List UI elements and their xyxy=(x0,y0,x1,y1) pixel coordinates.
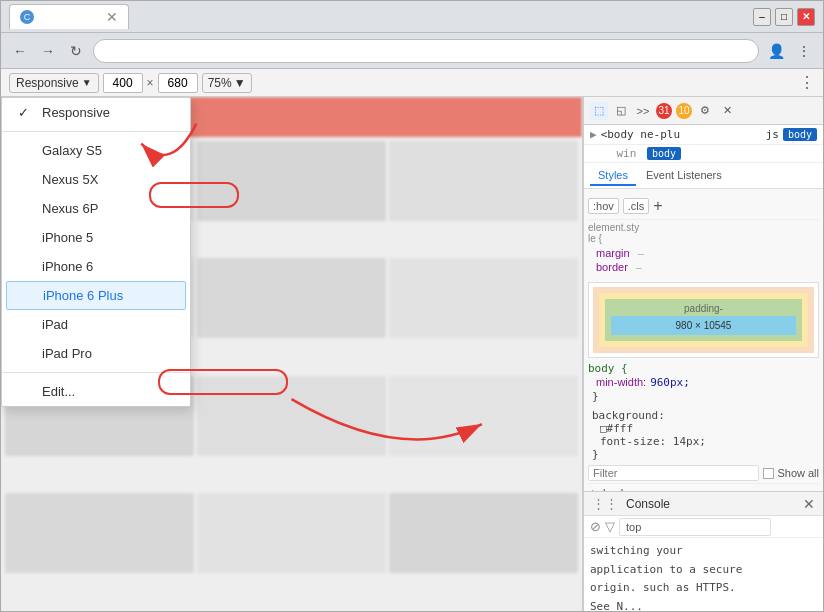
dropdown-item-label: Galaxy S5 xyxy=(42,143,102,158)
dropdown-item-ipad-pro[interactable]: iPad Pro xyxy=(2,339,190,368)
dropdown-item-iphone-6-plus[interactable]: iPhone 6 Plus xyxy=(6,281,186,310)
tab-event-listeners[interactable]: Event Listeners xyxy=(638,166,730,186)
background-val: □#fff xyxy=(592,422,633,435)
back-button[interactable]: ← xyxy=(9,40,31,62)
browser-window: C ✕ – □ ✕ ← → ↻ 👤 ⋮ Responsive ▼ × 75% xyxy=(0,0,824,612)
zoom-button[interactable]: 75% ▼ xyxy=(202,73,252,93)
more-panels-icon[interactable]: >> xyxy=(634,102,652,120)
close-devtools-button[interactable]: ✕ xyxy=(718,102,736,120)
settings-icon[interactable]: ⚙ xyxy=(696,102,714,120)
body-badge-2: body xyxy=(647,147,681,160)
tab-close-button[interactable]: ✕ xyxy=(106,9,118,25)
tab-area: C ✕ xyxy=(9,4,747,29)
devtools-panel: ⬚ ◱ >> 31 10 ⚙ ✕ ▶ <body ne-plu js body … xyxy=(583,97,823,611)
dropdown-item-edit[interactable]: Edit... xyxy=(2,377,190,406)
devtools-icons: ⬚ ◱ >> xyxy=(590,102,652,120)
style-rule-element: element.style { margin – border – xyxy=(588,220,819,274)
devtools-tabs-row: Styles Event Listeners xyxy=(584,163,823,189)
hov-button[interactable]: :hov xyxy=(588,198,619,214)
console-message-1: switching your xyxy=(590,542,817,561)
dropdown-item-iphone-6[interactable]: iPhone 6 xyxy=(2,252,190,281)
zoom-arrow-icon: ▼ xyxy=(234,76,246,90)
console-drag-icon[interactable]: ⋮⋮ xyxy=(592,496,618,511)
dropdown-item-responsive[interactable]: ✓ Responsive xyxy=(2,98,190,127)
console-message-2: application to a secure xyxy=(590,561,817,580)
tab-styles[interactable]: Styles xyxy=(590,166,636,186)
rule-close: } xyxy=(588,390,819,403)
min-width-prop: min-width: 960px; xyxy=(588,375,819,390)
show-all-checkbox-icon xyxy=(763,468,774,479)
width-input[interactable] xyxy=(103,73,143,93)
dropdown-separator-2 xyxy=(2,372,190,373)
device-dropdown-menu: ✓ Responsive Galaxy S5 Nexus 5X Nexus 6P xyxy=(1,97,191,407)
filter-input[interactable] xyxy=(588,465,759,481)
block-icon[interactable]: ⊘ xyxy=(590,519,601,534)
console-filter-input[interactable] xyxy=(619,518,771,536)
title-bar: C ✕ – □ ✕ xyxy=(1,1,823,33)
dropdown-item-iphone-5[interactable]: iPhone 5 xyxy=(2,223,190,252)
close-button[interactable]: ✕ xyxy=(797,8,815,26)
border-name: border xyxy=(596,261,628,273)
margin-val: – xyxy=(638,247,644,259)
dropdown-item-nexus-5x[interactable]: Nexus 5X xyxy=(2,165,190,194)
dropdown-item-label: iPad Pro xyxy=(42,346,92,361)
maximize-button[interactable]: □ xyxy=(775,8,793,26)
min-width-name: min-width: xyxy=(596,376,646,389)
minimize-button[interactable]: – xyxy=(753,8,771,26)
device-icon[interactable]: ◱ xyxy=(612,102,630,120)
devtools-toolbar: Responsive ▼ × 75% ▼ ⋮ xyxy=(1,69,823,97)
console-header: ⋮⋮ Console ✕ xyxy=(584,492,823,516)
responsive-label: Responsive xyxy=(16,76,79,90)
responsive-dropdown-button[interactable]: Responsive ▼ xyxy=(9,73,99,93)
dropdown-item-label: Edit... xyxy=(42,384,75,399)
styles-tools: :hov .cls + xyxy=(588,193,819,220)
padding-box: padding- 980 × 10545 xyxy=(605,299,802,341)
add-style-button[interactable]: + xyxy=(653,197,662,215)
body-badge: body xyxy=(783,128,817,141)
dropdown-separator xyxy=(2,131,190,132)
show-all-checkbox[interactable]: Show all xyxy=(763,467,819,479)
console-close-button[interactable]: ✕ xyxy=(803,496,815,512)
filter-icon[interactable]: ▽ xyxy=(605,519,615,534)
dropdown-arrow-icon: ▼ xyxy=(82,77,92,88)
error-badge: 31 xyxy=(656,103,672,119)
browser-tab[interactable]: C ✕ xyxy=(9,4,129,29)
warning-badge: 10 xyxy=(676,103,692,119)
margin-prop: margin – xyxy=(588,246,819,260)
body-selector: body { xyxy=(588,362,628,375)
bg-prop-list: ▶ backgrou... scro ▶ backgrou... bord ▶ … xyxy=(588,484,819,491)
address-bar[interactable] xyxy=(93,39,759,63)
devtools-header: ⬚ ◱ >> 31 10 ⚙ ✕ xyxy=(584,97,823,125)
dropdown-item-label: Nexus 5X xyxy=(42,172,98,187)
toolbar-more-button[interactable]: ⋮ xyxy=(799,73,815,92)
profile-icon[interactable]: 👤 xyxy=(765,40,787,62)
dropdown-item-label: Nexus 6P xyxy=(42,201,98,216)
refresh-button[interactable]: ↻ xyxy=(65,40,87,62)
dropdown-item-ipad[interactable]: iPad xyxy=(2,310,190,339)
console-body: switching your application to a secure o… xyxy=(584,538,823,611)
js-label: js xyxy=(766,128,779,141)
cursor-icon[interactable]: ⬚ xyxy=(590,102,608,120)
dropdown-item-label: iPhone 6 xyxy=(42,259,93,274)
navigation-bar: ← → ↻ 👤 ⋮ xyxy=(1,33,823,69)
win-row: win body xyxy=(584,145,823,163)
margin-box: padding- 980 × 10545 xyxy=(593,287,814,353)
dimension-separator: × xyxy=(147,76,154,90)
main-area: ✓ Responsive Galaxy S5 Nexus 5X Nexus 6P xyxy=(1,97,823,611)
style-source: element.style { xyxy=(588,220,819,246)
html-preview: ▶ <body ne-plu js body xyxy=(584,125,823,145)
menu-icon[interactable]: ⋮ xyxy=(793,40,815,62)
min-width-val: 960px; xyxy=(650,376,690,389)
height-input[interactable] xyxy=(158,73,198,93)
console-toolbar: ⊘ ▽ xyxy=(584,516,823,538)
check-icon: ✓ xyxy=(18,105,34,120)
content-size: 980 × 10545 xyxy=(676,320,732,331)
cls-button[interactable]: .cls xyxy=(623,198,650,214)
filter-row: Show all xyxy=(588,463,819,484)
dropdown-item-nexus-6p[interactable]: Nexus 6P xyxy=(2,194,190,223)
window-controls: – □ ✕ xyxy=(753,8,815,26)
forward-button[interactable]: → xyxy=(37,40,59,62)
dropdown-item-galaxy-s5[interactable]: Galaxy S5 xyxy=(2,136,190,165)
dropdown-item-label: iPad xyxy=(42,317,68,332)
dropdown-item-label: iPhone 6 Plus xyxy=(43,288,123,303)
